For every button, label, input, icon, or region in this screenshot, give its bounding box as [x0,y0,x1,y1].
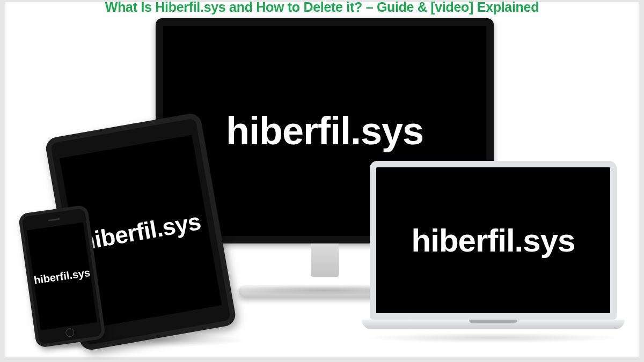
phone-label: hiberfil.sys [33,266,91,286]
laptop-label: hiberfil.sys [412,222,575,259]
devices-illustration: hiberfil.sys hiberfil.sys iPad 9:41 PM 1… [5,2,639,357]
phone-shadow [33,340,113,351]
phone-home-button-icon [65,328,75,337]
phone-screen: hiberfil.sys [27,223,97,330]
laptop-screen: hiberfil.sys [370,161,617,320]
monitor-stand [311,243,339,277]
laptop-hinge-notch [469,320,517,323]
laptop-base [362,320,625,329]
tablet-label: hiberfil.sys [78,208,203,256]
laptop: hiberfil.sys [362,161,625,343]
laptop-shadow [364,333,622,343]
content-card: What Is Hiberfil.sys and How to Delete i… [5,2,639,357]
monitor-label: hiberfil.sys [226,109,423,153]
phone-earpiece [48,218,60,221]
